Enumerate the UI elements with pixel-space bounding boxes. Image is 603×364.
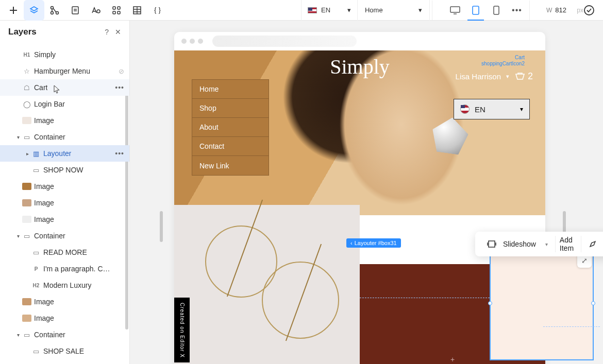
close-icon[interactable]: ✕ — [115, 28, 121, 36]
layers-tree[interactable]: H1Simply☆Hamburger Menu⊘☖Cart•••◯Login B… — [0, 43, 129, 364]
width-label: W — [546, 7, 552, 14]
cart-icon[interactable]: 2 — [514, 71, 533, 82]
layer-row[interactable]: ☖Cart••• — [0, 79, 129, 96]
layer-label: SHOP SALE — [43, 347, 84, 355]
svg-rect-5 — [113, 7, 115, 9]
menu-item[interactable]: Contact — [192, 137, 269, 156]
mobile-breakpoint[interactable] — [486, 0, 507, 21]
layer-label: Layouter — [43, 149, 71, 158]
layer-row[interactable]: ☆Hamburger Menu⊘ — [0, 63, 129, 79]
data-icon[interactable] — [127, 0, 147, 21]
hamburger-menu[interactable]: HomeShopAboutContactNew Link — [192, 79, 269, 176]
site-icon[interactable] — [44, 0, 65, 21]
add-item-button[interactable]: Add Item — [555, 236, 578, 252]
canvas-width: W 812 px — [546, 6, 583, 14]
layer-row[interactable]: ▸▥Layouter••• — [0, 145, 129, 162]
chevron-down-icon: ▾ — [506, 73, 509, 80]
layer-label: Simply — [34, 50, 56, 59]
chevron-down-icon: ▾ — [545, 241, 548, 247]
brand-title[interactable]: Simply — [330, 55, 390, 79]
canvas: Simply Cart shoppingCartIcon2 Lisa Harri… — [130, 21, 603, 364]
layer-label: Container — [34, 232, 65, 240]
cart-count: 2 — [528, 71, 533, 82]
traffic-light — [198, 39, 203, 44]
layer-label: Login Bar — [34, 100, 65, 108]
layer-row[interactable]: ▭SHOP NOW — [0, 162, 129, 178]
breakpoints-more[interactable]: ••• — [507, 0, 527, 21]
selection-tag[interactable]: ‹ Layouter #box31 — [346, 238, 401, 248]
layer-row[interactable]: Image — [0, 178, 129, 195]
code-icon[interactable] — [147, 0, 168, 21]
layer-label: Image — [34, 314, 54, 322]
row-more-icon[interactable]: ••• — [115, 83, 124, 92]
language-select[interactable]: EN ▾ — [301, 0, 358, 21]
apps-icon[interactable] — [106, 0, 127, 21]
menu-item[interactable]: Home — [192, 80, 269, 99]
layer-label: Image — [34, 215, 54, 223]
desktop-breakpoint[interactable] — [445, 0, 465, 21]
design-icon[interactable] — [585, 237, 600, 251]
svg-rect-11 — [473, 6, 479, 14]
menu-item[interactable]: New Link — [192, 156, 269, 175]
layer-row[interactable]: Image — [0, 310, 129, 326]
svg-rect-14 — [489, 241, 495, 247]
layer-row[interactable]: ▾▭Container — [0, 129, 129, 145]
layer-label: READ MORE — [43, 248, 87, 256]
top-toolbar: EN ▾ Home ▾ ••• W 812 px — [0, 0, 603, 21]
page-icon[interactable] — [65, 0, 86, 21]
layer-row[interactable]: Image — [0, 195, 129, 211]
done-check-icon[interactable] — [583, 5, 595, 16]
layer-label: Hamburger Menu — [34, 67, 90, 75]
layer-row[interactable]: ◯Login Bar — [0, 96, 129, 112]
traffic-light — [181, 39, 187, 44]
layer-row[interactable]: ▭READ MORE — [0, 244, 129, 261]
svg-rect-6 — [118, 7, 120, 9]
layer-label: Modern Luxury — [43, 281, 91, 289]
layers-icon[interactable] — [24, 0, 44, 21]
add-icon[interactable] — [3, 0, 24, 21]
help-icon[interactable]: ? — [105, 28, 109, 36]
element-type-select[interactable]: Slideshow ▾ — [480, 236, 552, 252]
product-image-section[interactable] — [174, 205, 360, 364]
layer-row[interactable]: Image — [0, 293, 129, 310]
selection-tag-label: Layouter #box31 — [355, 240, 397, 246]
layers-panel: Layers ? ✕ H1Simply☆Hamburger Menu⊘☖Cart… — [0, 21, 130, 364]
layer-row[interactable]: Image — [0, 112, 129, 129]
tablet-breakpoint[interactable] — [465, 0, 486, 21]
text-icon[interactable] — [86, 0, 106, 21]
guide-line — [543, 326, 600, 327]
hidden-icon[interactable]: ⊘ — [119, 67, 124, 75]
layer-row[interactable]: PI'm a paragraph. C… — [0, 261, 129, 277]
menu-item[interactable]: About — [192, 118, 269, 137]
chevron-left-icon: ‹ — [350, 240, 353, 246]
menu-item[interactable]: Shop — [192, 99, 269, 118]
flag-us-icon — [460, 105, 470, 114]
slideshow-icon — [484, 237, 499, 251]
login-bar[interactable]: Lisa Harrison ▾ 2 — [456, 71, 533, 82]
hero-section[interactable]: Simply Cart shoppingCartIcon2 Lisa Harri… — [174, 50, 545, 215]
row-more-icon[interactable]: ••• — [115, 149, 124, 158]
layer-row[interactable]: ▾▭Container — [0, 326, 129, 343]
layer-row[interactable]: H2Modern Luxury — [0, 277, 129, 293]
language-label: EN — [321, 6, 330, 14]
add-slot-icon[interactable]: + — [450, 355, 455, 363]
canvas-resize-left[interactable] — [160, 211, 163, 242]
selection-handle[interactable] — [591, 301, 595, 305]
traffic-light — [190, 39, 195, 44]
layer-label: Container — [34, 133, 65, 141]
element-type-label: Slideshow — [503, 240, 536, 248]
editorx-badge[interactable]: Created on Editor X — [174, 298, 190, 362]
layer-row[interactable]: ▾▭Container — [0, 228, 129, 244]
width-value[interactable]: 812 — [555, 6, 574, 14]
page-label: Home — [365, 6, 383, 14]
svg-rect-12 — [494, 6, 499, 14]
breakpoints-bar: ••• — [434, 0, 527, 21]
layer-row[interactable]: H1Simply — [0, 46, 129, 63]
language-switcher[interactable]: EN ▾ — [454, 99, 530, 119]
lang-name: EN — [475, 105, 485, 114]
width-unit: px — [577, 7, 583, 14]
layer-row[interactable]: Image — [0, 211, 129, 228]
selection-handle[interactable] — [488, 301, 492, 305]
layer-row[interactable]: ▭SHOP SALE — [0, 343, 129, 359]
page-select[interactable]: Home ▾ — [358, 0, 430, 21]
